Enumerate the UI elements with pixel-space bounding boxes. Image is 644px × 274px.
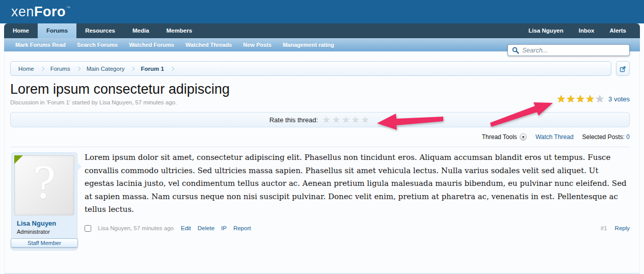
chevron-right-icon xyxy=(170,66,174,70)
post-1: ? Lisa Nguyen Administrator Staff Member… xyxy=(10,147,630,246)
nav-account-link[interactable]: Lisa Nguyen xyxy=(521,23,571,38)
rate-thread-bar: Rate this thread: ★★★★★ xyxy=(10,112,630,127)
thread-tools-row: Thread Tools ▼ Watch Thread Selected Pos… xyxy=(10,133,630,141)
nav-tabs: Home Forums Resources Media Members xyxy=(4,23,201,38)
forum-page: xenForo™ Home Forums Resources Media Mem… xyxy=(0,0,644,274)
chevron-right-icon xyxy=(130,66,135,70)
ip-link[interactable]: IP xyxy=(221,225,227,231)
search-icon xyxy=(512,47,519,54)
nav-user-links: Lisa Nguyen Inbox Alerts xyxy=(521,23,640,38)
masthead: xenForo™ xyxy=(0,0,644,23)
tab-members[interactable]: Members xyxy=(158,23,201,38)
logo-text-foro: Foro xyxy=(34,4,66,19)
expand-arrow-icon xyxy=(620,65,627,72)
selected-posts-count[interactable]: 0 xyxy=(626,133,630,141)
xenforo-logo[interactable]: xenForo™ xyxy=(11,4,71,20)
main-navigation: Home Forums Resources Media Members Lisa… xyxy=(4,23,640,38)
nav-inbox-link[interactable]: Inbox xyxy=(571,23,602,38)
staff-member-banner: Staff Member xyxy=(11,238,78,248)
report-link[interactable]: Report xyxy=(233,225,251,231)
online-corner-icon xyxy=(14,155,23,164)
delete-link[interactable]: Delete xyxy=(198,225,214,231)
search-input[interactable] xyxy=(519,47,629,54)
rating-stars: ★★★★★ xyxy=(556,94,605,104)
subnav-mark-forums-read[interactable]: Mark Forums Read xyxy=(10,38,71,51)
selected-posts: Selected Posts: 0 xyxy=(582,133,630,141)
author-role: Administrator xyxy=(17,229,74,235)
thread-meta: Discussion in 'Forum 1' started by Lisa … xyxy=(10,99,630,105)
chevron-right-icon xyxy=(40,66,44,70)
selected-posts-label: Selected Posts: xyxy=(582,133,625,141)
author-card: ? Lisa Nguyen Administrator Staff Member xyxy=(11,152,77,251)
open-navigation-button[interactable] xyxy=(616,61,630,76)
breadcrumb-forum-1[interactable]: Forum 1 xyxy=(141,66,164,72)
breadcrumb-home[interactable]: Home xyxy=(18,66,34,72)
author-name-link[interactable]: Lisa Nguyen xyxy=(17,220,74,227)
content-area: Home Forums Main Category Forum 1 Lorem … xyxy=(0,51,644,246)
edit-link[interactable]: Edit xyxy=(181,225,191,231)
rate-stars-input[interactable]: ★★★★★ xyxy=(322,115,370,125)
watch-thread-link[interactable]: Watch Thread xyxy=(535,133,574,141)
chevron-down-icon: ▼ xyxy=(520,133,527,141)
thread-tools-label: Thread Tools xyxy=(482,133,517,141)
tab-forums[interactable]: Forums xyxy=(38,23,76,38)
search-box xyxy=(507,44,630,56)
post-body: Lorem ipsum dolor sit amet, consectetur … xyxy=(85,151,630,216)
chevron-right-icon xyxy=(76,66,80,70)
breadcrumb-row: Home Forums Main Category Forum 1 xyxy=(10,61,630,76)
message-pointer xyxy=(77,162,82,171)
subnav-search-forums[interactable]: Search Forums xyxy=(71,38,123,51)
subnav-watched-forums[interactable]: Watched Forums xyxy=(123,38,180,51)
empty-star-icon: ★ xyxy=(595,93,605,104)
breadcrumb: Home Forums Main Category Forum 1 xyxy=(10,61,611,76)
avatar[interactable]: ? xyxy=(14,155,74,215)
subnav-watched-threads[interactable]: Watched Threads xyxy=(180,38,237,51)
nav-alerts-link[interactable]: Alerts xyxy=(602,23,634,38)
post-footer: Lisa Nguyen, 57 minutes ago Edit Delete … xyxy=(85,225,630,232)
votes-link[interactable]: 3 votes xyxy=(608,95,630,103)
tab-resources[interactable]: Resources xyxy=(76,23,124,38)
gold-stars-icon: ★★★★ xyxy=(556,93,595,104)
breadcrumb-forums[interactable]: Forums xyxy=(50,66,70,72)
thread-header: Lorem ipsum consectetur adipiscing Discu… xyxy=(10,81,630,105)
thread-title: Lorem ipsum consectetur adipiscing xyxy=(10,81,630,97)
tab-home[interactable]: Home xyxy=(4,23,38,38)
trademark-symbol: ™ xyxy=(66,6,71,10)
post-number-permalink[interactable]: #1 xyxy=(601,225,607,231)
breadcrumb-main-category[interactable]: Main Category xyxy=(87,66,125,72)
select-post-checkbox[interactable] xyxy=(85,225,91,232)
rate-thread-label: Rate this thread: xyxy=(270,116,318,124)
thread-rating: ★★★★★ 3 votes xyxy=(556,94,630,104)
default-avatar-question-icon: ? xyxy=(33,162,56,205)
reply-link[interactable]: Reply xyxy=(615,225,630,231)
post-byline[interactable]: Lisa Nguyen, 57 minutes ago xyxy=(98,225,174,231)
tab-media[interactable]: Media xyxy=(124,23,158,38)
logo-text-xen: xen xyxy=(11,4,34,19)
subnav-management-rating[interactable]: Management rating xyxy=(277,38,340,51)
subnav-new-posts[interactable]: New Posts xyxy=(237,38,277,51)
thread-tools-button[interactable]: Thread Tools ▼ xyxy=(482,133,527,141)
